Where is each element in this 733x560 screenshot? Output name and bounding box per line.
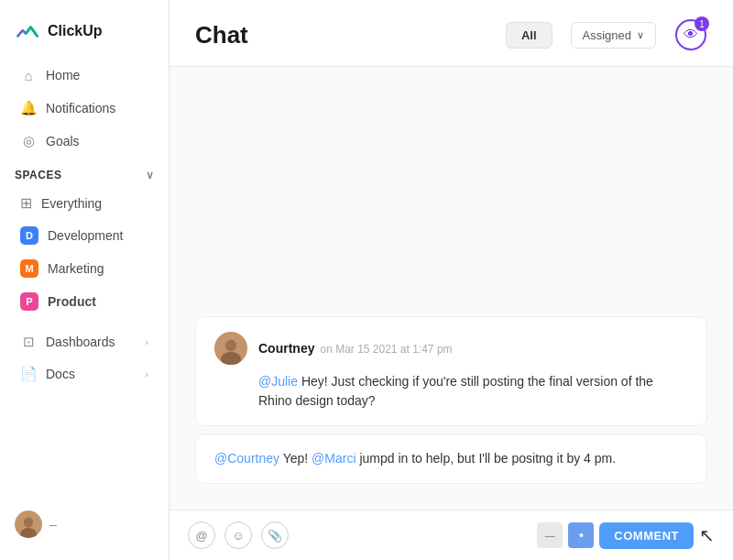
docs-icon: 📄 (20, 366, 37, 382)
sidebar-item-development[interactable]: D Development (5, 220, 163, 251)
page-title: Chat (195, 21, 248, 49)
input-actions: — • COMMENT ↖ (537, 522, 715, 549)
courtney-avatar (214, 332, 247, 365)
nav-dashboards[interactable]: ⊡ Dashboards › (5, 326, 163, 357)
nav-notifications-label: Notifications (46, 101, 115, 115)
spaces-header: Spaces ∨ (0, 158, 169, 187)
logo-icon (15, 18, 40, 44)
mention-courtney: @Courtney (214, 451, 279, 466)
development-badge: D (20, 226, 38, 245)
emoji-icon: ☺ (232, 529, 244, 543)
main-content: Chat All Assigned ∨ 👁 1 (170, 0, 733, 560)
reply-card-1: @Courtney Yep! @Marci jumpd in to help, … (195, 434, 707, 484)
svg-point-1 (24, 518, 33, 528)
eye-badge-container: 👁 1 (674, 18, 707, 51)
attachment-button[interactable]: 📎 (261, 522, 289, 549)
chevron-right-icon-docs: › (145, 368, 148, 379)
message-header-1: Courtney on Mar 15 2021 at 1:47 pm (214, 332, 688, 365)
emoji-button[interactable]: ☺ (224, 522, 252, 549)
logo-area: ClickUp (0, 11, 169, 59)
input-icons: @ ☺ 📎 (188, 522, 289, 549)
bottom-nav: ⊡ Dashboards › 📄 Docs › (0, 325, 169, 390)
mention-julie: @Julie (258, 374, 298, 389)
docs-label: Docs (46, 367, 75, 381)
message-time-1: on Mar 15 2021 at 1:47 pm (320, 343, 452, 356)
message-body-1: @Julie Hey! Just checking if you're stil… (214, 372, 688, 411)
logo-text: ClickUp (48, 23, 103, 39)
message-meta-1: Courtney on Mar 15 2021 at 1:47 pm (258, 341, 453, 356)
message-card-1: Courtney on Mar 15 2021 at 1:47 pm @Juli… (195, 316, 707, 426)
everything-label: Everything (41, 196, 102, 211)
action-square-1[interactable]: — (537, 522, 563, 548)
nav-docs[interactable]: 📄 Docs › (5, 358, 163, 390)
nav-home-label: Home (46, 68, 80, 82)
chat-area: Courtney on Mar 15 2021 at 1:47 pm @Juli… (170, 67, 733, 510)
goals-icon: ◎ (20, 133, 37, 149)
cursor-icon: ↖ (699, 524, 715, 546)
paperclip-icon: 📎 (268, 529, 282, 543)
action-square-2[interactable]: • (568, 522, 594, 548)
dashboard-icon: ⊡ (20, 334, 37, 350)
grid-icon: ⊞ (20, 194, 32, 212)
at-icon: @ (195, 529, 207, 543)
nav-goals-label: Goals (46, 134, 80, 148)
user-mention-button[interactable]: @ (188, 522, 215, 549)
chevron-right-icon: › (145, 336, 148, 347)
message-author-1: Courtney (258, 341, 314, 356)
dashboards-label: Dashboards (46, 335, 115, 349)
input-area: @ ☺ 📎 — • COMMENT ↖ (170, 510, 733, 560)
svg-point-4 (225, 340, 236, 352)
marketing-badge: M (20, 259, 38, 278)
nav-home[interactable]: ⌂ Home (5, 60, 163, 91)
product-label: Product (48, 294, 96, 309)
sidebar-item-product[interactable]: P Product (5, 286, 163, 317)
sidebar-item-everything[interactable]: ⊞ Everything (5, 188, 163, 218)
sidebar-footer: – (0, 500, 169, 549)
marketing-label: Marketing (48, 261, 104, 276)
reply-body-1: @Courtney Yep! @Marci jumpd in to help, … (214, 449, 688, 468)
home-icon: ⌂ (20, 67, 37, 83)
product-badge: P (20, 292, 38, 311)
nav-notifications[interactable]: 🔔 Notifications (5, 93, 163, 124)
sidebar: ClickUp ⌂ Home 🔔 Notifications ◎ Goals S… (0, 0, 170, 560)
nav-goals[interactable]: ◎ Goals (5, 126, 163, 157)
comment-button[interactable]: COMMENT (599, 522, 694, 549)
dot-icon: • (579, 528, 584, 543)
user-avatar[interactable] (15, 511, 42, 538)
chevron-down-icon: ∨ (146, 169, 155, 181)
filter-all-button[interactable]: All (506, 22, 552, 49)
notification-badge: 1 (695, 16, 709, 31)
user-menu-dot: – (49, 517, 57, 532)
assigned-chevron-icon: ∨ (637, 29, 644, 41)
bell-icon: 🔔 (20, 100, 37, 116)
mention-marci: @Marci (312, 451, 356, 466)
dash-icon: — (545, 530, 555, 541)
development-label: Development (48, 228, 124, 243)
sidebar-item-marketing[interactable]: M Marketing (5, 253, 163, 284)
main-header: Chat All Assigned ∨ 👁 1 (170, 0, 733, 67)
filter-assigned-button[interactable]: Assigned ∨ (571, 22, 656, 49)
